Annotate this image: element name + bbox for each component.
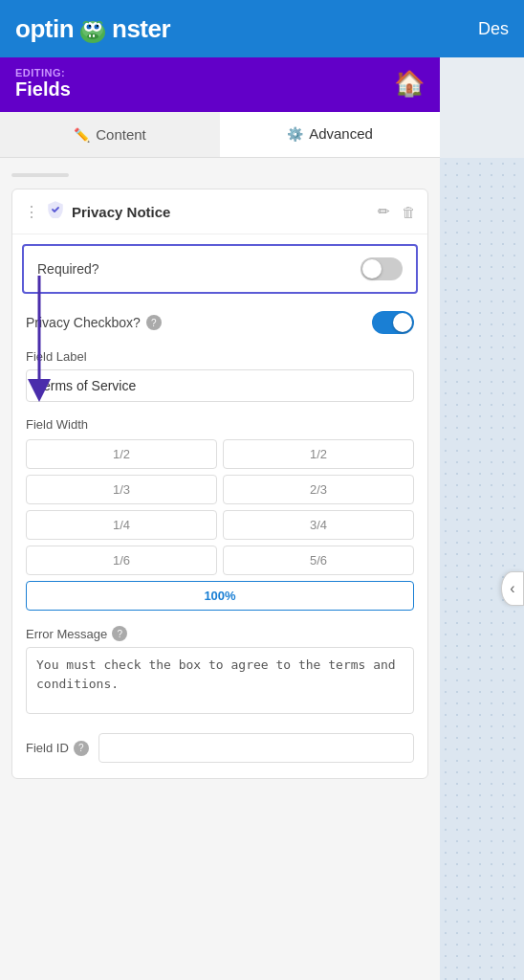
side-panel: ‹: [440, 158, 524, 980]
privacy-checkbox-label-group: Privacy Checkbox? ?: [26, 315, 162, 330]
svg-point-6: [89, 25, 91, 27]
svg-point-7: [97, 25, 98, 27]
editing-title: Fields: [15, 78, 71, 100]
width-row-4: 1/6 5/6: [26, 546, 414, 575]
privacy-toggle-knob: [393, 313, 412, 332]
error-message-textarea[interactable]: You must check the box to agree to the t…: [26, 647, 414, 714]
tab-advanced-label: Advanced: [309, 125, 373, 142]
shield-check-icon: [47, 201, 64, 218]
logo: optin nster: [15, 12, 170, 45]
field-id-input[interactable]: [98, 733, 414, 763]
width-btn-half-2[interactable]: 1/2: [223, 439, 414, 469]
monster-icon: [76, 14, 109, 47]
field-label-row: Field Label: [12, 342, 427, 410]
width-btn-quarter[interactable]: 1/4: [26, 510, 217, 540]
privacy-checkbox-toggle[interactable]: [372, 311, 414, 334]
width-btn-sixth[interactable]: 1/6: [26, 546, 217, 575]
width-btn-two-thirds[interactable]: 2/3: [223, 475, 414, 504]
field-card: ⋮ Privacy Notice ✏ 🗑 Required?: [11, 189, 428, 779]
field-label-text: Field Label: [26, 349, 87, 364]
logo-text: optin: [15, 14, 74, 44]
width-btn-five-sixths[interactable]: 5/6: [223, 546, 414, 575]
field-id-row: Field ID ?: [12, 725, 427, 778]
scroll-indicator: [11, 173, 69, 177]
field-id-label-group: Field ID ?: [26, 741, 89, 756]
svg-point-5: [95, 25, 99, 30]
privacy-help-icon[interactable]: ?: [146, 315, 162, 330]
field-id-label: Field ID: [26, 741, 69, 755]
field-card-title: Privacy Notice: [72, 204, 366, 220]
tab-content-label: Content: [96, 126, 146, 143]
settings-panel: ⋮ Privacy Notice ✏ 🗑 Required?: [0, 158, 440, 980]
sliders-icon: ⚙️: [287, 126, 303, 142]
field-label-input[interactable]: [26, 369, 414, 402]
app-header: optin nster Des: [0, 0, 524, 57]
editing-bar: EDITING: Fields 🏠: [0, 57, 440, 112]
width-btn-third[interactable]: 1/3: [26, 475, 217, 504]
pencil-icon: ✏️: [74, 127, 90, 143]
width-btn-full[interactable]: 100%: [26, 581, 414, 611]
field-label-label: Field Label: [26, 349, 414, 364]
required-toggle-knob: [362, 259, 382, 278]
field-id-help-icon[interactable]: ?: [74, 741, 89, 756]
privacy-checkbox-row: Privacy Checkbox? ?: [12, 303, 427, 342]
logo-text-2: nster: [112, 14, 170, 44]
width-btn-half-1[interactable]: 1/2: [26, 439, 217, 469]
field-card-header: ⋮ Privacy Notice ✏ 🗑: [12, 189, 427, 234]
width-row-3: 1/4 3/4: [26, 510, 414, 540]
shield-icon: [47, 201, 64, 222]
svg-rect-10: [93, 34, 95, 37]
header-right-text: Des: [478, 19, 509, 39]
width-row-1: 1/2 1/2: [26, 439, 414, 469]
tabs-bar: ✏️ Content ⚙️ Advanced: [0, 112, 440, 158]
privacy-checkbox-label: Privacy Checkbox?: [26, 315, 141, 330]
collapse-panel-button[interactable]: ‹: [501, 571, 524, 606]
editing-info: EDITING: Fields: [15, 67, 71, 100]
error-help-icon[interactable]: ?: [112, 626, 127, 641]
tab-content[interactable]: ✏️ Content: [0, 112, 220, 157]
error-message-section: Error Message ? You must check the box t…: [12, 618, 427, 725]
delete-field-button[interactable]: 🗑: [402, 204, 416, 220]
home-button[interactable]: 🏠: [394, 69, 425, 99]
required-toggle[interactable]: [360, 257, 403, 280]
svg-rect-9: [89, 34, 91, 37]
required-row: Required?: [22, 244, 418, 294]
error-message-label: Error Message: [26, 627, 107, 641]
tab-advanced[interactable]: ⚙️ Advanced: [220, 112, 440, 157]
main-area: ⋮ Privacy Notice ✏ 🗑 Required?: [0, 158, 524, 980]
width-grid: 1/2 1/2 1/3 2/3 1/4 3/4 1/6 5/6: [26, 439, 414, 611]
field-width-section: Field Width 1/2 1/2 1/3 2/3 1/4 3/4: [12, 410, 427, 618]
required-label: Required?: [37, 261, 99, 277]
field-width-label: Field Width: [26, 417, 414, 432]
edit-field-button[interactable]: ✏: [378, 203, 390, 220]
dot-pattern: [440, 158, 524, 980]
width-btn-three-quarters[interactable]: 3/4: [223, 510, 414, 540]
width-row-full: 100%: [26, 581, 414, 611]
editing-label: EDITING:: [15, 67, 71, 78]
width-row-2: 1/3 2/3: [26, 475, 414, 504]
svg-point-4: [87, 25, 92, 30]
drag-handle[interactable]: ⋮: [24, 203, 39, 221]
error-message-label-group: Error Message ?: [26, 626, 414, 641]
